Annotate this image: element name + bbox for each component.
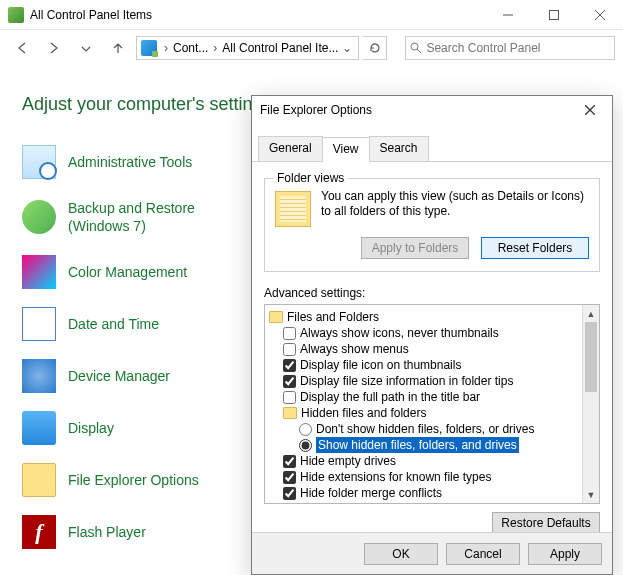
checkbox[interactable] [283, 487, 296, 500]
opt-hide-empty-drives[interactable]: Hide empty drives [269, 453, 580, 469]
apply-button[interactable]: Apply [528, 543, 602, 565]
up-button[interactable] [104, 34, 132, 62]
chevron-right-icon[interactable]: › [210, 41, 220, 55]
ok-button[interactable]: OK [364, 543, 438, 565]
svg-point-1 [411, 43, 418, 50]
backup-icon [22, 200, 56, 234]
advanced-settings-label: Advanced settings: [264, 286, 600, 300]
radio[interactable] [299, 423, 312, 436]
tab-bar: General View Search [252, 128, 612, 162]
date-time-icon [22, 307, 56, 341]
recent-button[interactable] [72, 34, 100, 62]
opt-always-menus[interactable]: Always show menus [269, 341, 580, 357]
opt-hide-extensions[interactable]: Hide extensions for known file types [269, 469, 580, 485]
chevron-right-icon[interactable]: › [161, 41, 171, 55]
maximize-button[interactable] [531, 0, 577, 30]
device-mgr-icon [22, 359, 56, 393]
folder-views-group: Folder views You can apply this view (su… [264, 178, 600, 272]
display-icon [22, 411, 56, 445]
checkbox[interactable] [283, 471, 296, 484]
scrollbar[interactable]: ▲ ▼ [582, 305, 599, 503]
refresh-button[interactable] [363, 36, 387, 60]
toolbar: › Cont... › All Control Panel Ite... ⌄ S… [0, 30, 623, 66]
chevron-down-icon[interactable]: ⌄ [340, 41, 358, 55]
address-bar[interactable]: › Cont... › All Control Panel Ite... ⌄ [136, 36, 359, 60]
close-button[interactable] [577, 0, 623, 30]
search-icon [410, 42, 422, 54]
search-input[interactable]: Search Control Panel [405, 36, 615, 60]
opt-file-size-tips[interactable]: Display file size information in folder … [269, 373, 580, 389]
tab-view[interactable]: View [322, 137, 370, 162]
scroll-down-icon[interactable]: ▼ [583, 486, 599, 503]
opt-hide-merge-conflicts[interactable]: Hide folder merge conflicts [269, 485, 580, 501]
minimize-button[interactable] [485, 0, 531, 30]
tree-hidden-files: Hidden files and folders [301, 405, 426, 421]
tree-root: Files and Folders [287, 309, 379, 325]
dialog-button-bar: OK Cancel Apply [252, 532, 612, 574]
opt-always-icons[interactable]: Always show icons, never thumbnails [269, 325, 580, 341]
tab-page-view: Folder views You can apply this view (su… [252, 162, 612, 534]
folder-views-text: You can apply this view (such as Details… [321, 189, 589, 227]
window-title: All Control Panel Items [30, 8, 485, 22]
tab-search[interactable]: Search [369, 136, 429, 161]
color-mgmt-icon [22, 255, 56, 289]
window-titlebar: All Control Panel Items [0, 0, 623, 30]
dialog-close-button[interactable] [576, 99, 604, 121]
apply-to-folders-button: Apply to Folders [361, 237, 469, 259]
opt-show-hidden[interactable]: Show hidden files, folders, and drives [269, 437, 580, 453]
flash-icon: f [22, 515, 56, 549]
scroll-up-icon[interactable]: ▲ [583, 305, 599, 322]
folder-icon [283, 407, 297, 419]
admin-tools-icon [22, 145, 56, 179]
checkbox[interactable] [283, 375, 296, 388]
radio[interactable] [299, 439, 312, 452]
opt-file-icon-thumb[interactable]: Display file icon on thumbnails [269, 357, 580, 373]
breadcrumb-seg-1[interactable]: Cont... [171, 41, 210, 55]
dialog-title: File Explorer Options [260, 103, 576, 117]
folder-views-legend: Folder views [273, 171, 348, 185]
back-button[interactable] [8, 34, 36, 62]
checkbox[interactable] [283, 455, 296, 468]
opt-full-path-titlebar[interactable]: Display the full path in the title bar [269, 389, 580, 405]
checkbox[interactable] [283, 343, 296, 356]
control-panel-icon [8, 7, 24, 23]
search-placeholder: Search Control Panel [426, 41, 540, 55]
checkbox[interactable] [283, 327, 296, 340]
restore-defaults-button[interactable]: Restore Defaults [492, 512, 600, 534]
forward-button[interactable] [40, 34, 68, 62]
tab-general[interactable]: General [258, 136, 323, 161]
checkbox[interactable] [283, 391, 296, 404]
cancel-button[interactable]: Cancel [446, 543, 520, 565]
folder-icon [269, 311, 283, 323]
advanced-settings-tree[interactable]: Files and Folders Always show icons, nev… [264, 304, 600, 504]
scroll-thumb[interactable] [585, 322, 597, 392]
dialog-titlebar: File Explorer Options [252, 96, 612, 124]
file-explorer-options-icon [22, 463, 56, 497]
folder-view-icon [275, 191, 311, 227]
breadcrumb-seg-2[interactable]: All Control Panel Ite... [220, 41, 340, 55]
reset-folders-button[interactable]: Reset Folders [481, 237, 589, 259]
svg-rect-0 [550, 10, 559, 19]
control-panel-icon [141, 40, 157, 56]
opt-dont-show-hidden[interactable]: Don't show hidden files, folders, or dri… [269, 421, 580, 437]
checkbox[interactable] [283, 359, 296, 372]
file-explorer-options-dialog: File Explorer Options General View Searc… [251, 95, 613, 575]
